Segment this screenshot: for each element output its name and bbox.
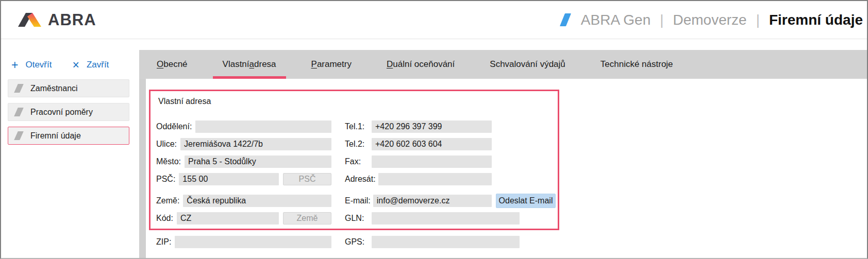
field-label: Kód: <box>156 214 173 223</box>
sidebar-items: ZaměstnanciPracovní poměryFiremní údaje <box>1 79 139 145</box>
field-input-gps[interactable] <box>372 236 520 248</box>
sidebar-actions: +Otevřít×Zavřít <box>1 59 139 71</box>
breadcrumb-app-name: ABRA Gen <box>581 12 650 28</box>
sidebar-action-otev-t[interactable]: +Otevřít <box>11 60 52 70</box>
field-input-ulice[interactable]: Jeremiášova 1422/7b <box>180 138 331 150</box>
field-label: ZIP: <box>156 237 171 247</box>
own-address-groupbox: Vlastní adresa Oddělení:Tel.1:+420 296 3… <box>149 90 559 230</box>
sidebar-action-label: Zavřít <box>87 60 109 70</box>
tab-bar: ObecnéVlastní adresaParametryDuální oceň… <box>139 50 867 79</box>
field-zem: Země:Česká republika <box>156 195 331 207</box>
field-input-fax[interactable] <box>372 156 492 168</box>
field-label: Oddělení: <box>156 122 192 131</box>
form-rows: Oddělení:Tel.1:+420 296 397 399Ulice:Jer… <box>156 120 558 225</box>
field-input-e-mail[interactable]: info@demoverze.cz <box>373 195 492 207</box>
field-adres-t: Adresát: <box>345 173 492 185</box>
sidebar-item-zam-stnanci[interactable]: Zaměstnanci <box>8 79 129 97</box>
field-input-ps[interactable]: 155 00 <box>179 173 279 185</box>
field-input-gln[interactable] <box>372 212 520 225</box>
tab-schvalov-n-v-daj[interactable]: Schvalování výdajů <box>472 50 582 79</box>
field-label: Fax: <box>345 157 369 166</box>
sidebar-item-label: Pracovní poměry <box>30 108 93 117</box>
abra-logo-icon <box>18 13 44 27</box>
main-pane: ObecnéVlastní adresaParametryDuální oceň… <box>139 39 867 258</box>
app-header: ABRA ABRA Gen | Demoverze | Firemní údaj… <box>1 1 867 39</box>
plus-icon: + <box>11 60 18 70</box>
tab-vlastn-adresa[interactable]: Vlastní adresa <box>205 50 294 79</box>
form-row: ZIP:GPS: <box>156 236 867 248</box>
field-label: E-mail: <box>345 196 371 205</box>
blue-slash-icon <box>560 13 571 26</box>
zem-button[interactable]: Země <box>283 212 331 225</box>
field-fax: Fax: <box>345 156 492 168</box>
breadcrumb-environment: Demoverze <box>673 12 747 28</box>
field-input-adres-t[interactable] <box>378 173 492 185</box>
field-gln: GLN: <box>345 212 520 225</box>
field-odd-len: Oddělení: <box>156 120 331 133</box>
ps-button[interactable]: PSČ <box>283 173 331 185</box>
form-row: Země:Česká republikaE-mail:info@demoverz… <box>156 195 558 207</box>
close-icon: × <box>72 60 79 70</box>
field-ps: PSČ:155 00PSČ <box>156 173 331 185</box>
field-label: GPS: <box>345 237 369 247</box>
tab-du-ln-oce-ov-n[interactable]: Duální oceňování <box>369 50 472 79</box>
tab-obecn[interactable]: Obecné <box>139 50 205 79</box>
field-label: Adresát: <box>345 175 376 184</box>
page-title: Firemní údaje <box>769 12 863 28</box>
field-label: PSČ: <box>156 175 175 184</box>
tab-technick-n-stroje[interactable]: Technické nástroje <box>583 50 691 79</box>
sidebar: +Otevřít×Zavřít ZaměstnanciPracovní pomě… <box>1 39 139 258</box>
splitter-rail[interactable] <box>139 50 146 259</box>
field-gps: GPS: <box>345 236 520 248</box>
form-rows-outside: ZIP:GPS: <box>149 236 867 248</box>
tab-parametry[interactable]: Parametry <box>294 50 369 79</box>
field-label: Ulice: <box>156 140 177 149</box>
form-row: Oddělení:Tel.1:+420 296 397 399 <box>156 120 558 133</box>
sidebar-item-label: Firemní údaje <box>30 131 81 141</box>
slash-icon <box>14 108 24 116</box>
field-m-sto: Město:Praha 5 - Stodůlky <box>156 156 331 168</box>
form-row: Kód:CZZeměGLN: <box>156 212 558 225</box>
field-label: Tel.1: <box>345 122 369 131</box>
field-k-d: Kód:CZZemě <box>156 212 331 225</box>
breadcrumb-separator: | <box>756 12 760 28</box>
field-input-odd-len[interactable] <box>195 120 331 133</box>
field-tel-2: Tel.2:+420 602 603 604 <box>345 138 492 150</box>
form-row: Ulice:Jeremiášova 1422/7bTel.2:+420 602 … <box>156 138 558 150</box>
form-area: Vlastní adresa Oddělení:Tel.1:+420 296 3… <box>149 90 867 248</box>
breadcrumb: ABRA Gen | Demoverze | Firemní údaje <box>562 12 863 28</box>
field-input-zip[interactable] <box>175 236 331 248</box>
sidebar-action-zav-t[interactable]: ×Zavřít <box>72 60 109 70</box>
slash-icon <box>14 84 24 93</box>
content-area: +Otevřít×Zavřít ZaměstnanciPracovní pomě… <box>1 39 867 258</box>
field-input-zem[interactable]: Česká republika <box>183 195 331 207</box>
field-input-tel-2[interactable]: +420 602 603 604 <box>372 138 492 150</box>
abra-logo: ABRA <box>18 11 96 29</box>
sidebar-item-label: Zaměstnanci <box>30 84 78 93</box>
form-row: Město:Praha 5 - StodůlkyFax: <box>156 156 558 168</box>
abra-app-window: { "header": { "logo_text": "ABRA", "app_… <box>0 0 868 259</box>
field-ulice: Ulice:Jeremiášova 1422/7b <box>156 138 331 150</box>
section-title: Vlastní adresa <box>156 97 558 106</box>
abra-logo-text: ABRA <box>48 11 96 29</box>
field-label: GLN: <box>345 214 369 223</box>
field-tel-1: Tel.1:+420 296 397 399 <box>345 120 492 133</box>
breadcrumb-separator: | <box>660 12 663 28</box>
form-row: PSČ:155 00PSČAdresát: <box>156 173 558 185</box>
sidebar-action-label: Otevřít <box>25 60 52 70</box>
sidebar-item-firemn-daje[interactable]: Firemní údaje <box>8 127 129 145</box>
field-input-m-sto[interactable]: Praha 5 - Stodůlky <box>185 156 331 168</box>
slash-icon <box>14 131 24 140</box>
sidebar-item-pracovn-pom-ry[interactable]: Pracovní poměry <box>8 103 129 121</box>
field-label: Země: <box>156 196 179 205</box>
field-input-k-d[interactable]: CZ <box>177 212 279 225</box>
field-zip: ZIP: <box>156 236 331 248</box>
field-e-mail: E-mail:info@demoverze.czOdeslat E-mail <box>345 195 556 207</box>
field-label: Tel.2: <box>345 140 369 149</box>
field-label: Město: <box>156 157 181 166</box>
odeslat-e-mail-button[interactable]: Odeslat E-mail <box>496 194 556 208</box>
field-input-tel-1[interactable]: +420 296 397 399 <box>372 120 492 133</box>
